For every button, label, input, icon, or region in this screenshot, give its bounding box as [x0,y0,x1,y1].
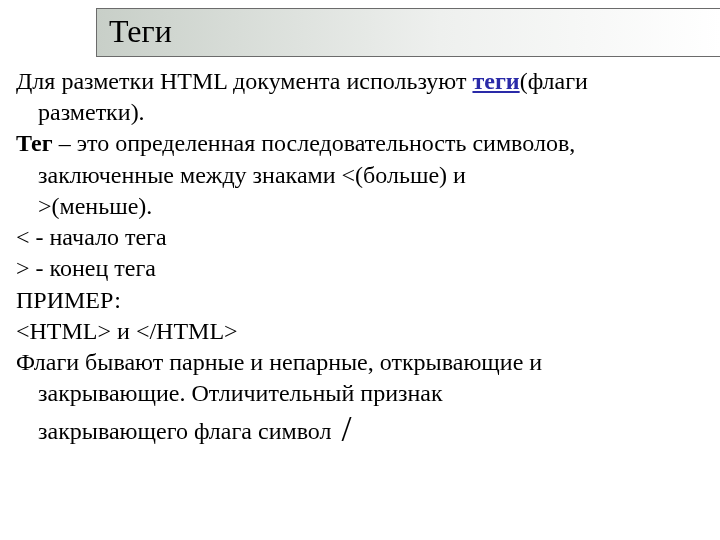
slide-body: Для разметки HTML документа используют т… [16,67,704,446]
text: разметки). [38,99,145,125]
para-2-line-3: >(меньше). [16,192,704,221]
slide: Теги Для разметки HTML документа использ… [0,0,720,464]
text: > - конец тега [16,255,156,281]
para-6: <HTML> и </HTML> [16,317,704,346]
text: Флаги бывают парные и непарные, открываю… [16,349,542,375]
text: закрывающего флага символ [38,418,337,444]
para-7-line-3: закрывающего флага символ / [16,417,704,446]
text: >(меньше). [38,193,152,219]
para-4: > - конец тега [16,254,704,283]
term-tag: Тег [16,130,53,156]
tags-link[interactable]: теги [472,68,519,94]
text: Для разметки HTML документа используют [16,68,472,94]
para-2-line-2: заключенные между знаками <(больше) и [16,161,704,190]
slide-title: Теги [96,8,720,57]
para-1-line-2: разметки). [16,98,704,127]
text: < - начало тега [16,224,167,250]
text: закрывающие. Отличительный признак [38,380,443,406]
para-3: < - начало тега [16,223,704,252]
text: (флаги [520,68,588,94]
text: заключенные между знаками <(больше) и [38,162,466,188]
para-2-line-1: Тег – это определенная последовательност… [16,129,704,158]
slash-symbol: / [337,409,351,449]
para-1-line-1: Для разметки HTML документа используют т… [16,67,704,96]
text: <HTML> и </HTML> [16,318,238,344]
para-5: ПРИМЕР: [16,286,704,315]
para-7-line-1: Флаги бывают парные и непарные, открываю… [16,348,704,377]
text: ПРИМЕР: [16,287,121,313]
text: – это определенная последовательность си… [53,130,576,156]
para-7-line-2: закрывающие. Отличительный признак [16,379,704,408]
title-text: Теги [109,13,172,49]
